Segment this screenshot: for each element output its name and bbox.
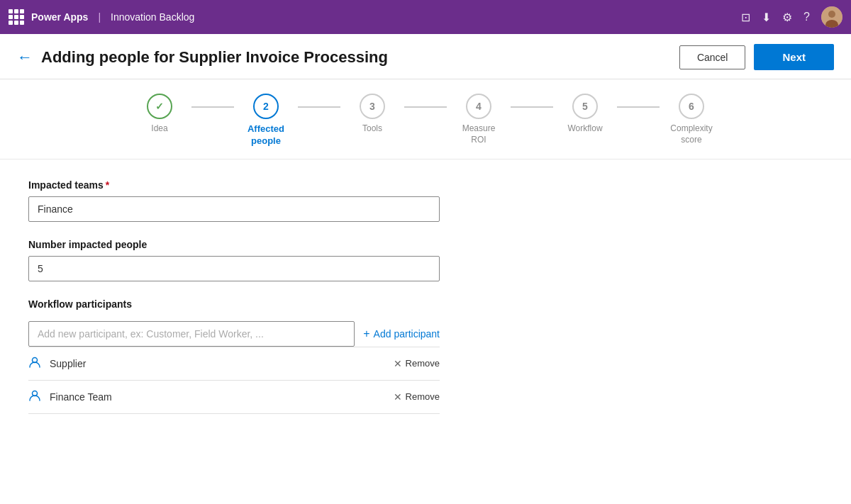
topbar-separator: | <box>98 11 101 23</box>
next-button[interactable]: Next <box>754 44 834 70</box>
help-icon[interactable]: ? <box>803 11 810 23</box>
remove-finance-button[interactable]: ✕ Remove <box>394 391 440 403</box>
step-2-circle: 2 <box>253 94 279 119</box>
connector-1-2 <box>191 106 234 108</box>
step-5-circle: 5 <box>572 94 598 119</box>
participant-name-finance: Finance Team <box>50 391 112 403</box>
stepper: ✓ Idea 2 Affectedpeople 3 Tools 4 Measur… <box>0 79 851 159</box>
step-1-label: Idea <box>151 123 167 135</box>
required-star: * <box>106 179 109 191</box>
topbar-left: Power Apps | Innovation Backlog <box>9 9 194 25</box>
step-3-circle: 3 <box>360 94 385 119</box>
impacted-teams-input[interactable] <box>28 196 440 222</box>
step-6-circle: 6 <box>679 94 704 119</box>
step-3-label: Tools <box>362 123 382 135</box>
participant-left-supplier: Supplier <box>28 356 86 371</box>
page-title: Adding people for Supplier Invoice Proce… <box>41 48 388 67</box>
plus-icon: + <box>363 327 369 340</box>
number-impacted-section: Number impacted people <box>28 239 468 281</box>
step-6-label: Complexityscore <box>670 123 712 145</box>
workflow-participants-section: Workflow participants + Add participant <box>28 298 468 414</box>
step-1-circle: ✓ <box>147 94 172 119</box>
step-measure-roi: 4 MeasureROI <box>447 94 511 145</box>
participant-row: Finance Team ✕ Remove <box>28 381 440 414</box>
add-participant-input[interactable] <box>28 321 355 347</box>
svg-point-1 <box>828 11 835 18</box>
topbar: Power Apps | Innovation Backlog ⊡ ⬇ ⚙ ? <box>0 0 851 34</box>
step-workflow: 5 Workflow <box>553 94 617 135</box>
participant-user-icon-finance <box>28 389 41 405</box>
step-2-label: Affectedpeople <box>247 123 284 147</box>
workflow-participants-label: Workflow participants <box>28 298 132 310</box>
connector-2-3 <box>298 106 340 108</box>
module-name: Innovation Backlog <box>111 11 194 23</box>
connector-5-6 <box>617 106 660 108</box>
participant-name-supplier: Supplier <box>50 358 86 369</box>
add-participant-button[interactable]: + Add participant <box>363 327 440 340</box>
remove-supplier-label: Remove <box>406 358 440 369</box>
participant-user-icon-supplier <box>28 356 41 371</box>
remove-x-icon: ✕ <box>394 391 402 403</box>
connector-4-5 <box>511 106 553 108</box>
avatar[interactable] <box>821 6 842 28</box>
step-4-label: MeasureROI <box>462 123 496 145</box>
cancel-button[interactable]: Cancel <box>679 45 746 69</box>
header-actions: Cancel Next <box>679 44 834 70</box>
step-idea: ✓ Idea <box>128 94 191 135</box>
screen-icon[interactable]: ⊡ <box>741 11 750 24</box>
impacted-teams-label: Impacted teams* <box>28 179 468 191</box>
main-content: Impacted teams* Number impacted people W… <box>0 159 496 445</box>
participant-row: Supplier ✕ Remove <box>28 347 440 381</box>
participant-list: Supplier ✕ Remove Finance Team <box>28 347 440 414</box>
remove-x-icon: ✕ <box>394 358 402 369</box>
step-affected-people: 2 Affectedpeople <box>234 94 298 147</box>
settings-icon[interactable]: ⚙ <box>782 11 792 24</box>
download-icon[interactable]: ⬇ <box>762 11 771 24</box>
add-participant-label: Add participant <box>374 328 440 340</box>
connector-3-4 <box>404 106 447 108</box>
app-grid-icon[interactable] <box>9 9 24 25</box>
number-impacted-label: Number impacted people <box>28 239 468 250</box>
step-5-label: Workflow <box>567 123 602 135</box>
header-left: ← Adding people for Supplier Invoice Pro… <box>17 48 388 67</box>
step-tools: 3 Tools <box>340 94 404 135</box>
participant-left-finance: Finance Team <box>28 389 112 405</box>
impacted-teams-section: Impacted teams* <box>28 179 468 222</box>
participants-header: Workflow participants <box>28 298 440 315</box>
remove-finance-label: Remove <box>406 391 440 402</box>
number-impacted-input[interactable] <box>28 256 440 281</box>
app-name: Power Apps <box>31 11 88 23</box>
header-row: ← Adding people for Supplier Invoice Pro… <box>0 34 851 79</box>
back-button[interactable]: ← <box>17 48 33 67</box>
remove-supplier-button[interactable]: ✕ Remove <box>394 358 440 369</box>
topbar-right: ⊡ ⬇ ⚙ ? <box>741 6 842 28</box>
step-complexity-score: 6 Complexityscore <box>660 94 723 145</box>
step-4-circle: 4 <box>466 94 491 119</box>
